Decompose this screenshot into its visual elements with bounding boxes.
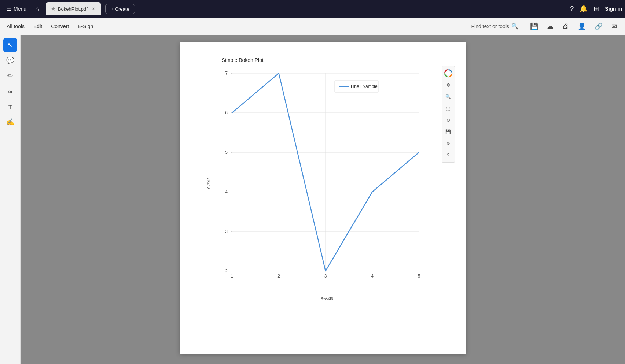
toolbar-right: Find text or tools 🔍 💾 ☁ 🖨 👤 🔗 ✉	[471, 21, 620, 32]
tab-area: ★ BokehPlot.pdf ×	[46, 2, 101, 15]
legend-label: Line Example	[351, 84, 378, 89]
svg-text:3: 3	[225, 229, 228, 234]
notification-icon[interactable]: 🔔	[580, 5, 588, 13]
menu-label: Menu	[14, 6, 26, 12]
nav-esign[interactable]: E-Sign	[77, 22, 94, 31]
svg-text:5: 5	[225, 150, 228, 155]
toolbar-nav: All tools Edit Convert E-Sign	[6, 22, 94, 31]
pdf-area: Simple Bokeh Plot Y-Axis	[21, 35, 625, 364]
comment-icon: 💬	[6, 56, 14, 64]
tab-filename: BokehPlot.pdf	[58, 6, 88, 12]
svg-text:5: 5	[418, 274, 420, 279]
sign-in-button[interactable]: Sign in	[605, 6, 622, 12]
create-label: Create	[115, 6, 129, 12]
plus-icon: +	[111, 6, 114, 12]
upload-button[interactable]: ☁	[545, 21, 556, 32]
save-button[interactable]: 💾	[528, 21, 540, 32]
hamburger-icon: ☰	[7, 6, 11, 12]
svg-text:2: 2	[277, 274, 280, 279]
tool-draw[interactable]: ✏	[3, 69, 17, 83]
link-icon: ∞	[8, 88, 12, 94]
y-axis-label: Y-Axis	[206, 66, 212, 301]
svg-text:7: 7	[225, 71, 228, 76]
chart-inner: 7 6 5 4	[214, 66, 440, 301]
search-icon[interactable]: 🔍	[511, 23, 519, 30]
left-sidebar: ↖ 💬 ✏ ∞ T ✍	[0, 35, 21, 364]
top-bar-left: ☰ Menu ⌂ ★ BokehPlot.pdf × + Create	[3, 2, 135, 15]
bokeh-tools-panel: ✥ 🔍 ⬚ ⊙ 💾 ↺ ?	[442, 66, 455, 163]
pdf-tab[interactable]: ★ BokehPlot.pdf ×	[46, 2, 101, 15]
toolbar-divider	[523, 21, 523, 31]
create-button[interactable]: + Create	[105, 4, 135, 14]
svg-text:1: 1	[231, 274, 233, 279]
star-icon: ★	[51, 6, 56, 12]
zoom-tool-button[interactable]: 🔍	[443, 92, 453, 102]
print-button[interactable]: 🖨	[560, 21, 571, 31]
box-select-tool-button[interactable]: ⬚	[443, 103, 453, 114]
help-tool-button[interactable]: ?	[443, 150, 453, 160]
nav-all-tools[interactable]: All tools	[6, 22, 25, 31]
tool-text[interactable]: T	[3, 100, 17, 114]
inspect-tool-button[interactable]: ⊙	[443, 115, 453, 125]
bokeh-logo	[444, 69, 453, 78]
svg-text:3: 3	[324, 274, 327, 279]
top-bar-right: ? 🔔 ⊞ Sign in	[570, 5, 622, 13]
tool-comment[interactable]: 💬	[3, 53, 17, 67]
save-tool-button[interactable]: 💾	[443, 127, 453, 137]
chart-wrapper: Y-Axis	[206, 66, 440, 301]
sign-icon: ✍	[6, 118, 14, 126]
tool-link[interactable]: ∞	[3, 84, 17, 98]
user-button[interactable]: 👤	[576, 21, 588, 32]
reset-tool-button[interactable]: ↺	[443, 138, 453, 149]
help-icon[interactable]: ?	[570, 5, 574, 13]
home-icon: ⌂	[35, 5, 39, 12]
select-icon: ↖	[7, 41, 13, 49]
apps-icon[interactable]: ⊞	[593, 5, 599, 13]
menu-button[interactable]: ☰ Menu	[3, 4, 30, 14]
chart-svg: 7 6 5 4	[214, 66, 434, 293]
tool-select[interactable]: ↖	[3, 38, 17, 52]
chart-container: Simple Bokeh Plot Y-Axis	[206, 57, 440, 301]
main-layout: ↖ 💬 ✏ ∞ T ✍ Simple Bokeh Plot Y-Axis	[0, 35, 625, 364]
find-tools-bar: Find text or tools 🔍	[471, 23, 519, 30]
chart-title: Simple Bokeh Plot	[206, 57, 440, 63]
email-button[interactable]: ✉	[609, 21, 619, 32]
svg-text:4: 4	[225, 189, 228, 194]
chart-svg-area: 7 6 5 4	[214, 66, 440, 294]
x-axis-label: X-Axis	[214, 296, 440, 301]
link-button[interactable]: 🔗	[592, 21, 605, 32]
top-bar: ☰ Menu ⌂ ★ BokehPlot.pdf × + Create ? 🔔 …	[0, 0, 625, 18]
pan-tool-button[interactable]: ✥	[443, 80, 453, 90]
home-button[interactable]: ⌂	[32, 3, 43, 15]
nav-edit[interactable]: Edit	[33, 22, 43, 31]
nav-convert[interactable]: Convert	[50, 22, 70, 31]
svg-text:4: 4	[371, 274, 374, 279]
draw-icon: ✏	[7, 72, 13, 80]
find-text-label: Find text or tools	[471, 23, 510, 29]
text-icon: T	[8, 104, 12, 110]
tab-close-button[interactable]: ×	[91, 6, 96, 12]
pdf-page: Simple Bokeh Plot Y-Axis	[180, 42, 466, 354]
svg-point-31	[446, 71, 450, 75]
toolbar: All tools Edit Convert E-Sign Find text …	[0, 18, 625, 35]
tool-sign[interactable]: ✍	[3, 115, 17, 129]
svg-text:2: 2	[225, 268, 228, 274]
svg-text:6: 6	[225, 110, 228, 115]
